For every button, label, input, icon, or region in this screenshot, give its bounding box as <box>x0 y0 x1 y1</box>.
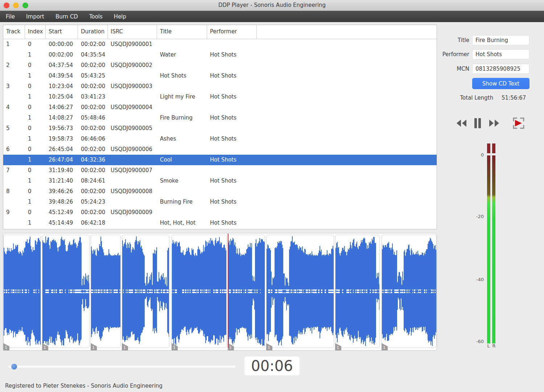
table-cell-isrc <box>108 92 157 102</box>
menu-item-burn-cd[interactable]: Burn CD <box>55 13 78 20</box>
fast-forward-button[interactable] <box>489 119 499 127</box>
table-row[interactable]: 114:08:2705:48:46Fire BurningHot Shots <box>3 113 437 123</box>
column-header-title[interactable]: Title <box>157 25 207 39</box>
column-header-index[interactable]: Index <box>25 25 46 39</box>
show-cd-text-button[interactable]: Show CD Text <box>472 78 529 89</box>
table-cell-empty <box>257 123 437 134</box>
table-cell-performer: Hot Shots <box>207 113 257 123</box>
table-row[interactable]: 8039:46:2600:02:00USQDJ0900008 <box>3 186 437 197</box>
mcn-input[interactable] <box>472 64 529 74</box>
playhead[interactable] <box>228 234 228 348</box>
table-cell-isrc: USQDJ0900001 <box>108 39 157 50</box>
waveform-segment[interactable] <box>122 235 169 348</box>
table-cell-title <box>157 165 207 176</box>
table-cell-performer: Hot Shots <box>207 155 257 165</box>
minimize-window-button[interactable] <box>13 3 19 8</box>
table-cell-performer: Hot Shots <box>207 71 257 81</box>
close-window-button[interactable] <box>4 3 9 8</box>
table-row[interactable]: 3010:23:0400:02:00USQDJ0900003 <box>3 81 437 92</box>
table-row[interactable]: 2004:37:5400:02:00USQDJ0900002 <box>3 60 437 71</box>
waveform-segment[interactable] <box>335 235 380 348</box>
table-row[interactable]: 100:02:0004:35:54WaterHot Shots <box>3 50 437 60</box>
table-cell-duration: 00:02:00 <box>78 81 108 92</box>
play-selection-button[interactable] <box>512 117 526 129</box>
table-row[interactable]: 4014:06:2700:02:00USQDJ0900004 <box>3 102 437 113</box>
title-field-row: Title <box>422 35 529 45</box>
rewind-button[interactable] <box>456 119 467 127</box>
table-cell-duration: 03:41:23 <box>78 92 108 102</box>
table-cell-start: 19:56:73 <box>46 123 78 134</box>
waveform-segment[interactable] <box>228 235 265 348</box>
menu-item-help[interactable]: Help <box>114 13 126 20</box>
meter-scale-20: -20 <box>469 214 484 219</box>
menu-item-tools[interactable]: Tools <box>89 13 103 20</box>
table-row[interactable]: 139:48:2605:24:23Burning FireHot Shots <box>3 197 437 207</box>
column-header-performer[interactable]: Performer <box>207 25 257 39</box>
column-header-start[interactable]: Start <box>46 25 78 39</box>
waveform-segment[interactable] <box>266 235 334 348</box>
table-cell-index: 0 <box>25 102 46 113</box>
table-cell-isrc <box>108 155 157 165</box>
table-cell-empty <box>257 155 437 165</box>
table-cell-track: 6 <box>3 144 25 155</box>
waveform-graphic <box>4 235 41 347</box>
table-row[interactable]: 119:58:7306:46:06AshesHot Shots <box>3 134 437 144</box>
table-row[interactable]: 7031:19:4000:02:00USQDJ0900007 <box>3 165 437 176</box>
performer-label: Performer <box>422 51 472 58</box>
table-cell-empty <box>257 134 437 144</box>
waveform-segment[interactable] <box>3 235 41 348</box>
table-row[interactable]: 5019:56:7300:02:00USQDJ0900005 <box>3 123 437 134</box>
column-header-track[interactable]: Track <box>3 25 25 39</box>
table-cell-track: 8 <box>3 186 25 197</box>
menu-item-import[interactable]: Import <box>26 13 44 20</box>
table-row[interactable]: 131:21:4008:24:61SmokeHot Shots <box>3 176 437 186</box>
waveform-segment[interactable] <box>42 235 90 348</box>
total-length-label: Total Length <box>450 95 493 101</box>
table-cell-empty <box>257 165 437 176</box>
menubar: File Import Burn CD Tools Help <box>0 11 544 22</box>
table-row[interactable]: 110:25:0403:41:23Light my FireHot Shots <box>3 92 437 102</box>
table-cell-start: 39:48:26 <box>46 197 78 207</box>
table-cell-index: 1 <box>25 50 46 60</box>
table-cell-track <box>3 92 25 102</box>
table-cell-start: 10:25:04 <box>46 92 78 102</box>
table-cell-start: 45:14:49 <box>46 218 78 228</box>
table-cell-performer: Hot Shots <box>207 176 257 186</box>
table-cell-index: 0 <box>25 165 46 176</box>
column-header-duration[interactable]: Duration <box>78 25 108 39</box>
zoom-window-button[interactable] <box>22 3 28 8</box>
table-cell-index: 0 <box>25 207 46 218</box>
rewind-icon <box>456 119 467 127</box>
seek-slider-thumb[interactable] <box>11 364 17 370</box>
table-cell-empty <box>257 186 437 197</box>
table-cell-index: 0 <box>25 144 46 155</box>
table-cell-track: 4 <box>3 102 25 113</box>
meter-scale-40: -40 <box>469 277 484 282</box>
column-header-isrc[interactable]: ISRC <box>108 25 157 39</box>
menu-item-file[interactable]: File <box>6 13 15 20</box>
performer-input[interactable] <box>472 49 529 59</box>
table-cell-index: 1 <box>25 218 46 228</box>
time-display: 00:06 <box>244 356 300 375</box>
table-row[interactable]: 9045:12:4900:02:00USQDJ0900009 <box>3 207 437 218</box>
table-cell-duration: 00:02:00 <box>78 60 108 71</box>
waveform-segment[interactable] <box>172 235 227 348</box>
table-row[interactable]: 104:39:5405:43:25Hot ShotsHot Shots <box>3 71 437 81</box>
waveform-segment[interactable] <box>382 235 437 348</box>
table-cell-start: 19:58:73 <box>46 134 78 144</box>
pause-button[interactable] <box>473 118 482 128</box>
table-row[interactable]: 126:47:0404:32:36CoolHot Shots <box>3 155 437 165</box>
table-cell-start: 31:21:40 <box>46 176 78 186</box>
waveform-segment[interactable] <box>91 235 121 348</box>
seek-slider-track[interactable] <box>8 365 236 368</box>
mcn-field-row: MCN <box>422 64 529 74</box>
table-cell-start: 14:08:27 <box>46 113 78 123</box>
table-row[interactable]: 1000:00:0000:02:00USQDJ0900001 <box>3 39 437 50</box>
pause-icon <box>473 118 482 128</box>
table-row[interactable]: 6026:45:0400:02:00USQDJ0900006 <box>3 144 437 155</box>
table-row[interactable]: 145:14:4906:42:18Hot, Hot, HotHot Shots <box>3 218 437 228</box>
table-cell-duration: 08:24:61 <box>78 176 108 186</box>
table-cell-track: 3 <box>3 81 25 92</box>
table-cell-isrc <box>108 50 157 60</box>
title-input[interactable] <box>472 35 529 45</box>
